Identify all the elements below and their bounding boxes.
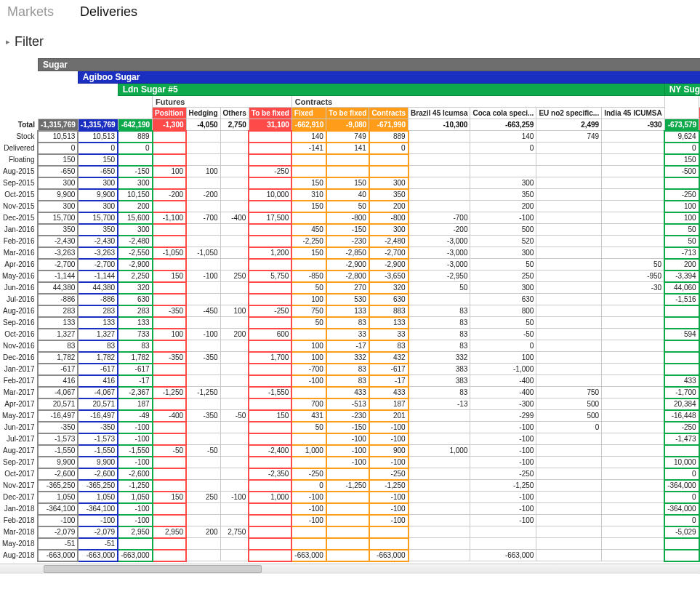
cell[interactable]: 0 xyxy=(369,143,409,154)
cell[interactable]: -3,263 xyxy=(78,247,118,259)
table-row[interactable]: Aug-2017-1,550-1,550-1,550-50-50-2,4001,… xyxy=(0,445,700,457)
table-row[interactable]: Aug-2015-650-650-150100100-250-500 xyxy=(0,166,700,177)
cell[interactable]: 15,700 xyxy=(78,212,118,224)
cell[interactable]: -2,350 xyxy=(249,468,291,480)
col-eu[interactable]: EU no2 specific... xyxy=(536,108,602,119)
cell[interactable] xyxy=(220,317,249,329)
cell[interactable] xyxy=(664,317,699,329)
cell[interactable]: 100 xyxy=(291,352,326,364)
cell[interactable]: -250 xyxy=(664,422,699,433)
cell[interactable]: -13 xyxy=(409,398,470,410)
cell[interactable]: 300 xyxy=(118,177,152,189)
cell[interactable] xyxy=(536,492,602,503)
cell[interactable]: 100 xyxy=(470,352,536,364)
cell[interactable]: -250 xyxy=(369,468,409,480)
cell[interactable]: 310 xyxy=(291,189,326,201)
table-row[interactable]: Sep-2015300300300150150300300 xyxy=(0,177,700,189)
table-row[interactable]: Jul-2017-1,573-1,573-100-100-100-100-1,4… xyxy=(0,433,700,445)
table-row[interactable]: Aug-2016283283283-350-450100-25075013388… xyxy=(0,305,700,317)
cell[interactable] xyxy=(291,538,326,550)
cell[interactable] xyxy=(536,201,602,212)
cell[interactable]: -200 xyxy=(186,189,220,201)
cell[interactable]: -100 xyxy=(118,422,152,433)
cell[interactable] xyxy=(602,294,664,305)
cell[interactable] xyxy=(470,538,536,550)
cell[interactable] xyxy=(249,154,291,166)
cell[interactable]: -663,259 xyxy=(470,119,536,131)
cell[interactable]: 150 xyxy=(78,154,118,166)
cell[interactable]: -100 xyxy=(326,445,369,457)
cell[interactable] xyxy=(153,282,186,294)
cell[interactable]: -4,050 xyxy=(186,119,220,131)
cell[interactable] xyxy=(153,398,186,410)
cell[interactable]: 187 xyxy=(118,398,152,410)
table-row[interactable]: Nov-2016838383100-1783830 xyxy=(0,340,700,352)
cell[interactable]: 383 xyxy=(409,364,470,375)
cell[interactable] xyxy=(536,480,602,492)
cell[interactable]: 416 xyxy=(38,375,78,387)
cell[interactable]: -2,430 xyxy=(78,236,118,247)
cell[interactable] xyxy=(536,317,602,329)
cell[interactable] xyxy=(536,550,602,561)
table-row[interactable]: Sep-201613313313350831338350 xyxy=(0,317,700,329)
cell[interactable]: -350 xyxy=(153,305,186,317)
cell[interactable] xyxy=(536,224,602,236)
col-brazil[interactable]: Brazil 45 Icumsa xyxy=(409,108,470,119)
cell[interactable] xyxy=(220,131,249,143)
cell[interactable]: -2,600 xyxy=(118,468,152,480)
cell[interactable] xyxy=(326,492,369,503)
cell[interactable]: -617 xyxy=(38,364,78,375)
cell[interactable] xyxy=(291,166,326,177)
cell[interactable] xyxy=(536,364,602,375)
cell[interactable]: 44,060 xyxy=(664,282,699,294)
cell[interactable]: 83 xyxy=(409,305,470,317)
cell[interactable]: -17 xyxy=(326,340,369,352)
cell[interactable]: 83 xyxy=(326,364,369,375)
cell[interactable] xyxy=(186,480,220,492)
cell[interactable] xyxy=(536,154,602,166)
cell[interactable] xyxy=(664,550,699,561)
cell[interactable]: 300 xyxy=(118,224,152,236)
cell[interactable]: 10,513 xyxy=(38,131,78,143)
cell[interactable] xyxy=(249,515,291,526)
cell[interactable]: 50 xyxy=(409,282,470,294)
cell[interactable]: -100 xyxy=(326,433,369,445)
cell[interactable] xyxy=(536,236,602,247)
cell[interactable]: 250 xyxy=(220,271,249,282)
cell[interactable]: -100 xyxy=(369,515,409,526)
cell[interactable]: 0 xyxy=(78,143,118,154)
cell[interactable] xyxy=(536,271,602,282)
cell[interactable] xyxy=(291,387,326,398)
cell[interactable]: 1,000 xyxy=(409,445,470,457)
cell[interactable]: -49 xyxy=(118,410,152,422)
cell[interactable] xyxy=(602,492,664,503)
cell[interactable]: 630 xyxy=(369,294,409,305)
cell[interactable]: 133 xyxy=(78,317,118,329)
cell[interactable]: 141 xyxy=(326,143,369,154)
cell[interactable]: -2,480 xyxy=(118,236,152,247)
cell[interactable] xyxy=(409,538,470,550)
table-row[interactable]: Oct-2017-2,600-2,600-2,600-2,350-250-250… xyxy=(0,468,700,480)
cell[interactable]: 83 xyxy=(409,387,470,398)
cell[interactable] xyxy=(409,480,470,492)
cell[interactable]: 17,500 xyxy=(249,212,291,224)
cell[interactable]: -350 xyxy=(186,410,220,422)
cell[interactable]: -100 xyxy=(470,445,536,457)
table-row[interactable]: Stock10,51310,5138891407498891407499,624 xyxy=(0,131,700,143)
cell[interactable]: 450 xyxy=(291,224,326,236)
cell[interactable]: -2,250 xyxy=(291,236,326,247)
cell[interactable] xyxy=(186,364,220,375)
cell[interactable]: 0 xyxy=(470,143,536,154)
cell[interactable]: 0 xyxy=(118,143,152,154)
cell[interactable]: -141 xyxy=(291,143,326,154)
cell[interactable] xyxy=(186,398,220,410)
cell[interactable] xyxy=(326,526,369,538)
cell[interactable] xyxy=(409,492,470,503)
cell[interactable]: -100 xyxy=(470,433,536,445)
cell[interactable] xyxy=(220,480,249,492)
cell[interactable]: 20,571 xyxy=(38,398,78,410)
cell[interactable]: -16,497 xyxy=(78,410,118,422)
cell[interactable]: -886 xyxy=(78,294,118,305)
cell[interactable]: 431 xyxy=(291,410,326,422)
cell[interactable] xyxy=(602,410,664,422)
